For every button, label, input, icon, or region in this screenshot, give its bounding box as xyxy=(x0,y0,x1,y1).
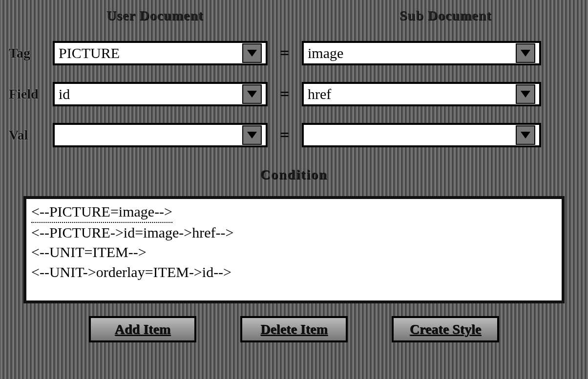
tag-left-dropdown-button[interactable] xyxy=(242,43,262,63)
val-left-dropdown-button[interactable] xyxy=(242,125,262,145)
chevron-down-icon xyxy=(521,132,530,139)
row-field: Field id = href xyxy=(9,77,579,111)
tag-right-value: image xyxy=(308,45,516,61)
chevron-down-icon xyxy=(521,50,530,57)
header-sub-document: Sub Document xyxy=(399,8,492,23)
field-left-combo[interactable]: id xyxy=(53,82,268,106)
equals-sign: = xyxy=(268,85,302,103)
add-item-button[interactable]: Add Item xyxy=(89,316,196,342)
equals-sign: = xyxy=(268,44,302,62)
chevron-down-icon xyxy=(247,50,257,57)
list-item[interactable]: <--UNIT=ITEM--> xyxy=(31,242,557,262)
mapping-list[interactable]: <--PICTURE=image--> <--PICTURE->id=image… xyxy=(23,196,565,303)
list-item[interactable]: <--PICTURE=image--> xyxy=(31,202,557,223)
field-right-combo[interactable]: href xyxy=(302,82,541,106)
tag-left-value: PICTURE xyxy=(59,45,242,61)
label-tag: Tag xyxy=(9,45,53,61)
column-headers: User Document Sub Document xyxy=(9,5,579,29)
label-val: Val xyxy=(9,127,53,143)
list-item[interactable]: <--UNIT->orderlay=ITEM->id--> xyxy=(31,262,557,282)
val-right-dropdown-button[interactable] xyxy=(516,125,535,145)
tag-left-combo[interactable]: PICTURE xyxy=(53,41,268,65)
field-right-dropdown-button[interactable] xyxy=(516,84,535,104)
mapping-panel: User Document Sub Document Tag PICTURE =… xyxy=(0,0,588,379)
equals-sign: = xyxy=(268,126,302,144)
create-style-button[interactable]: Create Style xyxy=(392,316,499,342)
row-tag: Tag PICTURE = image xyxy=(9,36,579,70)
chevron-down-icon xyxy=(247,91,257,98)
tag-right-dropdown-button[interactable] xyxy=(516,43,535,63)
field-right-value: href xyxy=(308,86,516,102)
button-bar: Add Item Delete Item Create Style xyxy=(9,316,579,342)
delete-item-button[interactable]: Delete Item xyxy=(240,316,348,342)
header-user-document: User Document xyxy=(106,8,203,23)
chevron-down-icon xyxy=(521,91,530,98)
field-left-dropdown-button[interactable] xyxy=(242,84,262,104)
val-right-combo[interactable] xyxy=(302,123,541,147)
list-item[interactable]: <--PICTURE->id=image->href--> xyxy=(31,223,557,243)
field-left-value: id xyxy=(59,86,242,102)
label-field: Field xyxy=(9,86,53,102)
chevron-down-icon xyxy=(247,132,257,139)
row-val: Val = xyxy=(9,118,579,152)
label-condition: Condition xyxy=(9,167,579,191)
val-left-combo[interactable] xyxy=(53,123,268,147)
tag-right-combo[interactable]: image xyxy=(302,41,541,65)
